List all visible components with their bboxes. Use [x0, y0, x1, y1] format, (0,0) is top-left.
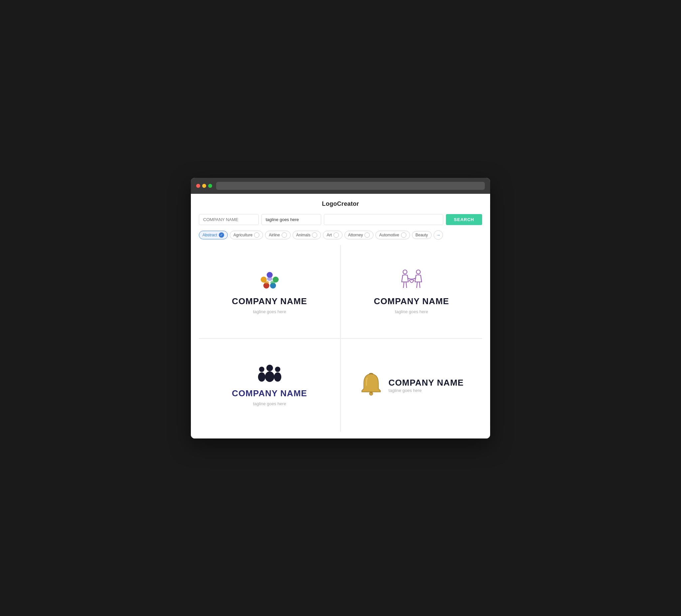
filter-label-agriculture: Agriculture — [233, 233, 252, 237]
traffic-light-yellow[interactable] — [202, 184, 206, 188]
svg-point-5 — [267, 277, 272, 281]
logo4-company-name: COMPANY NAME — [388, 378, 463, 388]
logo2-tagline: tagline goes here — [395, 309, 428, 314]
filter-check-automotive: ✓ — [401, 232, 406, 238]
svg-point-19 — [274, 372, 281, 382]
filter-check-agriculture: ✓ — [254, 232, 259, 238]
filter-chip-animals[interactable]: Animals ✓ — [293, 231, 321, 239]
filter-label-art: Art — [327, 233, 331, 237]
filter-label-abstract: Abstract — [202, 233, 217, 237]
filter-check-animals: ✓ — [312, 232, 317, 238]
traffic-light-green[interactable] — [208, 184, 212, 188]
logo-card-bell[interactable]: COMPANY NAME tagline goes here — [341, 339, 482, 432]
filter-label-animals: Animals — [296, 233, 310, 237]
svg-point-17 — [258, 372, 266, 382]
group-icon — [256, 364, 283, 386]
filter-label-beauty: Beauty — [415, 233, 428, 237]
logo-grid: COMPANY NAME tagline goes here — [199, 245, 482, 432]
logo-card-inner-teamwork: COMPANY NAME tagline goes here — [232, 269, 307, 314]
handshake-icon — [397, 268, 427, 293]
teamwork-icon — [256, 269, 283, 292]
filter-check-airline: ✓ — [282, 232, 287, 238]
logo-card-handshake[interactable]: COMPANY NAME tagline goes here — [341, 245, 482, 338]
logo4-text-group: COMPANY NAME tagline goes here — [388, 378, 463, 393]
svg-point-8 — [403, 270, 407, 274]
search-button[interactable]: SEARCH — [446, 214, 482, 225]
svg-point-15 — [265, 371, 274, 382]
svg-point-16 — [259, 367, 264, 372]
search-bar: SEARCH — [199, 214, 482, 225]
svg-line-11 — [406, 282, 407, 288]
traffic-light-red[interactable] — [196, 184, 200, 188]
browser-chrome — [191, 178, 490, 194]
filter-check-art: ✓ — [333, 232, 339, 238]
logo-card-teamwork[interactable]: COMPANY NAME tagline goes here — [199, 245, 340, 338]
filter-chip-agriculture[interactable]: Agriculture ✓ — [230, 231, 263, 239]
logo-card-group[interactable]: COMPANY NAME tagline goes here — [199, 339, 340, 432]
filter-label-attorney: Attorney — [348, 233, 363, 237]
filter-label-airline: Airline — [269, 233, 280, 237]
tagline-input[interactable] — [261, 214, 321, 225]
logo3-tagline: tagline goes here — [253, 401, 286, 406]
svg-point-9 — [416, 270, 420, 274]
filter-next-button[interactable]: → — [434, 230, 443, 240]
svg-line-10 — [403, 282, 404, 288]
browser-window: LogoCreator SEARCH Abstract ✓ Agricultur… — [191, 178, 490, 438]
svg-line-13 — [419, 282, 420, 288]
app-content: LogoCreator SEARCH Abstract ✓ Agricultur… — [191, 194, 490, 438]
app-title: LogoCreator — [199, 201, 482, 207]
svg-point-7 — [270, 281, 275, 284]
logo1-company-name: COMPANY NAME — [232, 296, 307, 307]
logo-card-inner-bell: COMPANY NAME tagline goes here — [359, 372, 463, 399]
logo4-tagline: tagline goes here — [388, 388, 463, 393]
svg-point-14 — [266, 365, 273, 371]
filter-chip-automotive[interactable]: Automotive ✓ — [375, 231, 410, 239]
logo-card-inner-group: COMPANY NAME tagline goes here — [232, 364, 307, 406]
logo2-company-name: COMPANY NAME — [374, 296, 449, 307]
svg-line-12 — [417, 282, 417, 288]
bell-icon — [359, 372, 383, 399]
svg-point-18 — [275, 367, 280, 372]
address-bar[interactable] — [216, 182, 485, 190]
filter-chip-abstract[interactable]: Abstract ✓ — [199, 231, 228, 239]
logo3-company-name: COMPANY NAME — [232, 388, 307, 399]
filter-check-abstract: ✓ — [219, 232, 224, 238]
filter-chip-attorney[interactable]: Attorney ✓ — [345, 231, 374, 239]
logo1-tagline: tagline goes here — [253, 309, 286, 314]
svg-point-6 — [264, 281, 269, 284]
filter-chip-beauty[interactable]: Beauty — [412, 231, 432, 239]
filter-chip-art[interactable]: Art ✓ — [323, 231, 342, 239]
filter-label-automotive: Automotive — [379, 233, 399, 237]
filter-chip-airline[interactable]: Airline ✓ — [265, 231, 290, 239]
filter-bar: Abstract ✓ Agriculture ✓ Airline ✓ Anima… — [199, 230, 482, 240]
style-input[interactable] — [324, 214, 443, 225]
company-name-input[interactable] — [199, 214, 259, 225]
filter-check-attorney: ✓ — [364, 232, 370, 238]
logo-card-inner-handshake: COMPANY NAME tagline goes here — [374, 268, 449, 314]
traffic-lights — [196, 184, 212, 188]
